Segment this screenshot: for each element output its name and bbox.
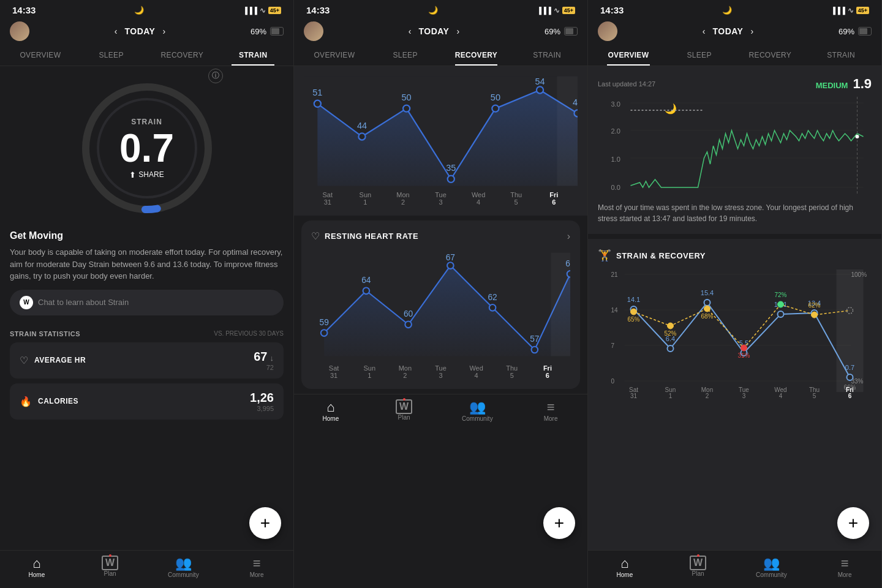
info-button[interactable]: ⓘ (208, 69, 223, 83)
svg-point-53 (856, 135, 859, 138)
tab-bar-1: OVERVIEW SLEEP RECOVERY STRAIN (0, 45, 293, 66)
recovery-x-labels: Sat 31 Sun 1 Mon 2 Tue 3 Wed 4 Thu 5 (304, 191, 578, 206)
nav-prev-3[interactable]: ‹ (703, 26, 706, 36)
tab-sleep-1[interactable]: SLEEP (76, 45, 147, 66)
bottom-plan-2[interactable]: W Plan (368, 399, 441, 422)
tab-sleep-2[interactable]: SLEEP (370, 45, 441, 66)
nav-prev-2[interactable]: ‹ (409, 26, 412, 36)
svg-point-9 (403, 105, 410, 112)
community-label-3: Community (756, 571, 787, 578)
bottom-plan-1[interactable]: W Plan (74, 556, 147, 578)
avg-hr-card[interactable]: ♡ AVERAGE HR 67 ↓ 72 (10, 342, 284, 379)
home-label-2: Home (323, 415, 339, 422)
bottom-home-2[interactable]: ⌂ Home (294, 399, 368, 422)
sr-chart-svg: 21 14 7 0 100% 33% (598, 270, 872, 404)
bottom-more-1[interactable]: ≡ More (220, 556, 293, 578)
status-time-3: 14:33 (600, 5, 624, 15)
svg-point-80 (668, 323, 674, 329)
bottom-community-1[interactable]: 👥 Community (147, 556, 221, 578)
bottom-more-2[interactable]: ≡ More (514, 399, 587, 422)
svg-text:50: 50 (491, 92, 500, 102)
tab-strain-2[interactable]: STRAIN (511, 45, 582, 66)
svg-text:1.0: 1.0 (611, 156, 620, 163)
fab-3[interactable]: + (837, 507, 869, 539)
community-label-1: Community (168, 571, 199, 578)
svg-text:52%: 52% (664, 330, 676, 337)
plan-icon-3: W (690, 556, 706, 570)
bottom-more-3[interactable]: ≡ More (808, 556, 881, 578)
community-icon-3: 👥 (763, 556, 780, 571)
avg-hr-label: AVERAGE HR (34, 356, 86, 364)
tab-overview-2[interactable]: OVERVIEW (299, 45, 370, 66)
rec-day-6: Fri 6 (535, 191, 573, 206)
rhr-card[interactable]: ♡ RESTING HEART RATE › (301, 221, 580, 389)
bottom-home-1[interactable]: ⌂ Home (0, 556, 74, 578)
svg-point-22 (321, 330, 328, 336)
tab-overview-1[interactable]: OVERVIEW (5, 45, 76, 66)
rec-day-3: Tue 3 (422, 191, 460, 206)
calories-card[interactable]: 🔥 CALORIES 1,26 3,995 (10, 383, 284, 420)
tab-overview-3[interactable]: OVERVIEW (593, 45, 664, 66)
svg-text:31%: 31% (737, 352, 750, 359)
bottom-community-2[interactable]: 👥 Community (441, 399, 514, 422)
bottom-community-3[interactable]: 👥 Community (735, 556, 809, 578)
battery-fill-1 (271, 28, 279, 34)
svg-text:54: 54 (535, 77, 545, 86)
svg-text:🌙: 🌙 (665, 103, 677, 115)
nav-bar-2: ‹ TODAY › 69% (294, 18, 587, 45)
svg-text:35: 35 (446, 163, 456, 173)
svg-text:67: 67 (446, 253, 455, 262)
nav-title-3: TODAY (713, 26, 744, 36)
tab-sleep-3[interactable]: SLEEP (664, 45, 735, 66)
svg-text:68%: 68% (701, 313, 713, 320)
home-icon-2: ⌂ (326, 399, 334, 415)
calories-label: CALORIES (38, 397, 78, 405)
svg-point-71 (847, 374, 853, 380)
nav-prev-1[interactable]: ‹ (115, 26, 118, 36)
wifi-icon-2: ∿ (554, 6, 560, 15)
fab-2[interactable]: + (543, 507, 575, 539)
wifi-icon-1: ∿ (260, 6, 266, 15)
bottom-nav-3: ⌂ Home W Plan 👥 Community ≡ More (588, 550, 881, 588)
tab-strain-3[interactable]: STRAIN (805, 45, 876, 66)
avg-hr-value-group: 67 ↓ 72 (254, 350, 274, 371)
bottom-home-3[interactable]: ⌂ Home (588, 556, 662, 578)
status-icons-3: ▐▐▐ ∿ 45+ (831, 6, 869, 15)
rec-day-1: Sun 1 (347, 191, 385, 206)
strain-label: STRAIN (119, 118, 174, 126)
svg-text:21: 21 (611, 271, 619, 278)
tab-recovery-3[interactable]: RECOVERY (735, 45, 806, 66)
svg-point-81 (704, 306, 710, 312)
nav-center-1: ‹ TODAY › (29, 26, 251, 36)
tab-recovery-1[interactable]: RECOVERY (147, 45, 218, 66)
get-moving-text: Your body is capable of taking on modera… (10, 246, 284, 282)
nav-next-3[interactable]: › (750, 26, 753, 36)
svg-text:5: 5 (813, 393, 816, 399)
more-label-2: More (544, 415, 558, 422)
tab-strain-1[interactable]: STRAIN (217, 45, 288, 66)
svg-text:44: 44 (357, 121, 367, 130)
home-icon-3: ⌂ (620, 556, 628, 571)
nav-next-2[interactable]: › (456, 26, 459, 36)
tab-recovery-2[interactable]: RECOVERY (441, 45, 512, 66)
avg-hr-sub: 72 (254, 364, 274, 371)
chat-text: Chat to learn about Strain (38, 298, 129, 307)
nav-next-1[interactable]: › (162, 26, 165, 36)
bottom-plan-3[interactable]: W Plan (662, 556, 735, 578)
rhr-chart-area: 59 64 60 67 62 57 66 (311, 249, 570, 360)
plan-dot-1 (109, 554, 111, 557)
fab-1[interactable]: + (249, 507, 281, 539)
chat-button[interactable]: W Chat to learn about Strain (10, 290, 284, 315)
moon-icon-3: 🌙 (722, 6, 732, 15)
svg-rect-36 (551, 252, 570, 356)
plan-dot-2 (403, 398, 405, 401)
avg-hr-arrow: ↓ (270, 353, 274, 363)
community-label-2: Community (462, 415, 493, 422)
battery-badge-1: 45+ (268, 7, 281, 14)
svg-point-67 (704, 300, 710, 306)
svg-rect-37 (606, 97, 864, 195)
share-button[interactable]: ⬆ SHARE (119, 170, 174, 179)
status-icons-2: ▐▐▐ ∿ 45+ (537, 6, 575, 15)
community-icon-1: 👥 (175, 556, 192, 571)
stress-value: 1.9 (853, 76, 872, 92)
